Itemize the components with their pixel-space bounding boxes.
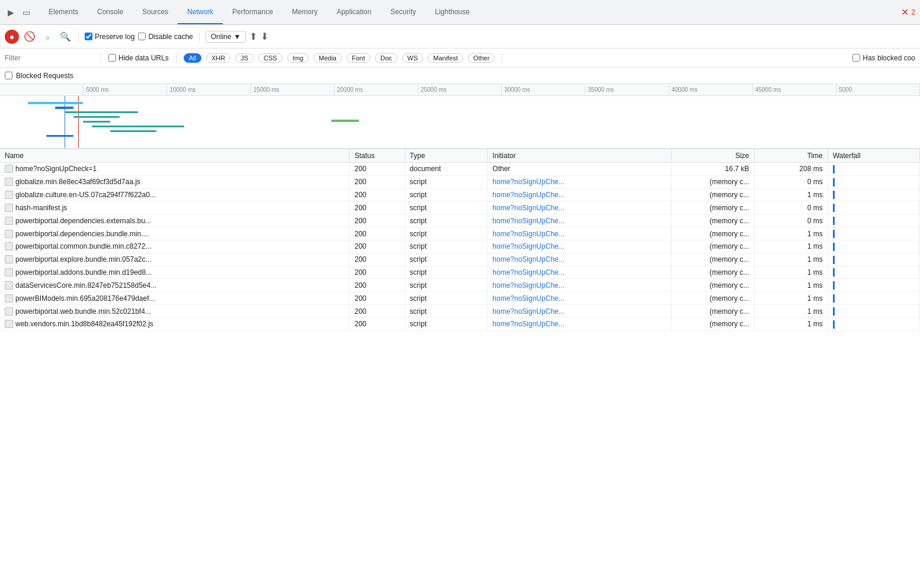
table-row[interactable]: hash-manifest.js200scripthome?noSignUpCh…	[0, 201, 920, 214]
tab-sources[interactable]: Sources	[133, 0, 178, 24]
filter-css[interactable]: CSS	[258, 53, 283, 63]
tab-console[interactable]: Console	[88, 0, 133, 24]
cell-waterfall	[828, 279, 919, 292]
tab-memory[interactable]: Memory	[283, 0, 327, 24]
cell-status: 200	[350, 253, 405, 266]
has-blocked-checkbox[interactable]	[852, 54, 860, 62]
clear-button[interactable]: 🚫	[23, 30, 37, 44]
filter-ws[interactable]: WS	[402, 53, 424, 63]
header-status[interactable]: Status	[350, 149, 405, 163]
initiator-link[interactable]: home?noSignUpChe...	[492, 255, 564, 264]
cell-initiator: home?noSignUpChe...	[488, 279, 672, 292]
filter-xhr[interactable]: XHR	[206, 53, 230, 63]
filter-manifest[interactable]: Manifest	[428, 53, 463, 63]
initiator-link[interactable]: home?noSignUpChe...	[492, 242, 564, 250]
cell-size: (memory c...	[671, 305, 754, 318]
initiator-link[interactable]: home?noSignUpChe...	[492, 268, 564, 277]
header-name[interactable]: Name	[0, 149, 350, 163]
header-time[interactable]: Time	[754, 149, 828, 163]
error-badge[interactable]: ✕ 2	[901, 7, 915, 18]
table-row[interactable]: powerbiportal.addons.bundle.min.d19ed8..…	[0, 266, 920, 279]
filename-label: powerbiportal.dependencies.bundle.min...…	[15, 230, 149, 238]
disable-cache-checkbox[interactable]: Disable cache	[138, 33, 193, 41]
filter-input[interactable]	[5, 54, 94, 62]
table-row[interactable]: powerbiportal.web.bundle.min.52c021bf4..…	[0, 305, 920, 318]
cell-type: script	[405, 292, 488, 305]
cell-waterfall	[828, 240, 919, 253]
file-icon	[5, 281, 13, 290]
filter-img[interactable]: Img	[287, 53, 309, 63]
tab-elements[interactable]: Elements	[39, 0, 88, 24]
disable-cache-input[interactable]	[138, 33, 146, 40]
initiator-link[interactable]: home?noSignUpChe...	[492, 320, 564, 328]
initiator-link[interactable]: home?noSignUpChe...	[492, 230, 564, 238]
filename-label: powerbiportal.addons.bundle.min.d19ed8..…	[15, 268, 152, 277]
waterfall-bar	[833, 256, 835, 264]
filename-label: hash-manifest.js	[15, 204, 67, 212]
tab-network[interactable]: Network	[178, 0, 223, 24]
filter-sep-2	[176, 53, 177, 63]
initiator-link[interactable]: home?noSignUpChe...	[492, 178, 564, 186]
table-row[interactable]: globalize.culture.en-US.07ca294f77f622a0…	[0, 188, 920, 201]
filter-icon[interactable]: ⬦	[40, 30, 55, 44]
table-row[interactable]: powerbiportal.explore.bundle.min.057a2c.…	[0, 253, 920, 266]
filter-other[interactable]: Other	[468, 53, 495, 63]
cell-name: globalize.culture.en-US.07ca294f77f622a0…	[0, 188, 350, 201]
initiator-link[interactable]: home?noSignUpChe...	[492, 294, 564, 303]
header-size[interactable]: Size	[671, 149, 754, 163]
timeline-chart[interactable]	[0, 96, 920, 149]
tab-security[interactable]: Security	[381, 0, 425, 24]
cell-name: web.vendors.min.1bd8b8482ea45f192f02.js	[0, 317, 350, 330]
cell-time: 0 ms	[754, 214, 828, 227]
tab-lighthouse[interactable]: Lighthouse	[425, 0, 479, 24]
record-button[interactable]: ●	[5, 30, 19, 44]
table-row[interactable]: powerbiportal.common.bundle.min.c8272...…	[0, 240, 920, 253]
filter-font[interactable]: Font	[347, 53, 370, 63]
cell-waterfall	[828, 317, 919, 330]
header-type[interactable]: Type	[405, 149, 488, 163]
waterfall-bar	[833, 307, 835, 316]
network-table-container[interactable]: Name Status Type Initiator Size Time Wat…	[0, 149, 920, 588]
cell-initiator: home?noSignUpChe...	[488, 201, 672, 214]
preserve-log-checkbox[interactable]: Preserve log	[85, 33, 134, 41]
table-row[interactable]: dataServicesCore.min.8247eb752158d5e4...…	[0, 279, 920, 292]
file-icon	[5, 230, 13, 238]
tab-application[interactable]: Application	[327, 0, 381, 24]
tab-performance[interactable]: Performance	[223, 0, 283, 24]
cell-time: 0 ms	[754, 175, 828, 188]
cell-size: (memory c...	[671, 253, 754, 266]
online-dropdown[interactable]: Online ▼	[206, 31, 246, 43]
timeline-bar-7	[110, 130, 156, 132]
header-initiator[interactable]: Initiator	[488, 149, 672, 163]
preserve-log-input[interactable]	[85, 33, 92, 40]
initiator-link[interactable]: home?noSignUpChe...	[492, 281, 564, 290]
cell-status: 200	[350, 227, 405, 240]
file-icon	[5, 320, 13, 328]
download-button[interactable]: ⬇	[261, 31, 268, 42]
table-row[interactable]: powerBIModels.min.695a208176e479daef...2…	[0, 292, 920, 305]
cursor-icon[interactable]: ▶	[5, 7, 17, 18]
table-row[interactable]: web.vendors.min.1bd8b8482ea45f192f02.js2…	[0, 317, 920, 330]
ruler-10: 5000	[836, 84, 920, 95]
table-row[interactable]: powerbiportal.dependencies.externals.bu.…	[0, 214, 920, 227]
initiator-link[interactable]: home?noSignUpChe...	[492, 191, 564, 199]
initiator-link[interactable]: home?noSignUpChe...	[492, 204, 564, 212]
initiator-link[interactable]: home?noSignUpChe...	[492, 217, 564, 225]
filter-doc[interactable]: Doc	[375, 53, 398, 63]
filter-media[interactable]: Media	[313, 53, 342, 63]
hide-data-urls-input[interactable]	[108, 54, 116, 62]
device-icon[interactable]: ▭	[20, 7, 32, 18]
header-waterfall[interactable]: Waterfall	[828, 149, 919, 163]
filter-all[interactable]: All	[184, 53, 201, 63]
blocked-requests-checkbox[interactable]	[5, 72, 12, 79]
upload-button[interactable]: ⬆	[249, 31, 257, 42]
table-row[interactable]: powerbiportal.dependencies.bundle.min...…	[0, 227, 920, 240]
has-blocked-cookies: Has blocked coo	[852, 54, 915, 62]
table-row[interactable]: home?noSignUpCheck=1200documentOther16.7…	[0, 163, 920, 176]
initiator-link[interactable]: home?noSignUpChe...	[492, 307, 564, 316]
hide-data-urls-checkbox[interactable]: Hide data URLs	[108, 54, 169, 62]
filter-js[interactable]: JS	[235, 53, 254, 63]
search-button[interactable]: 🔍	[58, 30, 72, 44]
cell-time: 208 ms	[754, 163, 828, 176]
table-row[interactable]: globalize.min.8e8ec43af69cf3d5d7aa.js200…	[0, 175, 920, 188]
